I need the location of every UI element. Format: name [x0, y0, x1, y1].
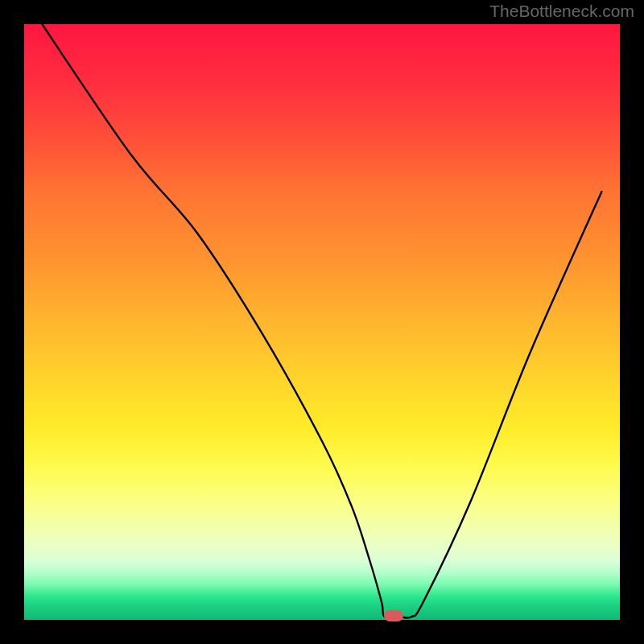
curve-svg: [24, 24, 620, 620]
chart-container: TheBottleneck.com: [0, 0, 644, 644]
watermark-text: TheBottleneck.com: [489, 2, 634, 21]
plot-area: [24, 24, 620, 620]
bottleneck-curve: [42, 24, 602, 618]
minimum-marker: [384, 610, 403, 621]
